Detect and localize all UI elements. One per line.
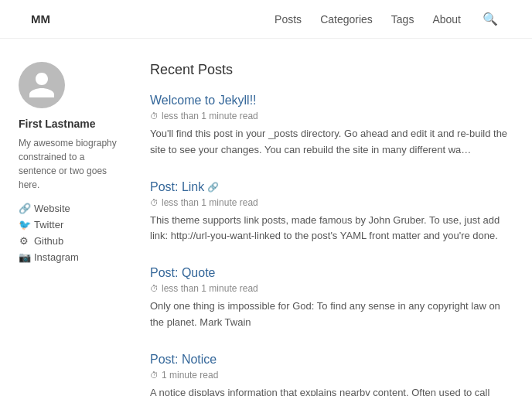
post-read-time: less than 1 minute read — [162, 197, 258, 208]
nav-categories[interactable]: Categories — [320, 13, 373, 26]
social-instagram: 📷 Instagram — [19, 251, 119, 263]
instagram-icon: 📷 — [19, 251, 29, 263]
clock-icon: ⏱ — [150, 284, 159, 293]
search-icon: 🔍 — [483, 12, 498, 26]
post-excerpt: This theme supports link posts, made fam… — [150, 213, 513, 245]
post-title-link[interactable]: Post: Notice — [150, 353, 217, 367]
nav-posts[interactable]: Posts — [275, 13, 302, 26]
github-icon: ⚙ — [19, 235, 29, 247]
author-name: First Lastname — [19, 118, 119, 130]
twitter-label: Twitter — [34, 219, 63, 230]
post-read-time: less than 1 minute read — [162, 283, 258, 294]
social-github: ⚙ Github — [19, 235, 119, 247]
external-link-icon: 🔗 — [207, 182, 219, 193]
instagram-label: Instagram — [34, 251, 79, 263]
post-title: Post: Notice — [150, 353, 217, 367]
twitter-icon: 🐦 — [19, 219, 29, 230]
post-item: Post: Link 🔗 ⏱ less than 1 minute read T… — [150, 180, 513, 245]
post-title-link[interactable]: Post: Quote — [150, 266, 216, 280]
main-content: Recent Posts Welcome to Jekyll!! ⏱ less … — [150, 62, 513, 396]
page-container: First Lastname My awesome biography cons… — [3, 39, 529, 396]
author-bio: My awesome biography constrained to a se… — [19, 136, 119, 192]
github-label: Github — [34, 235, 63, 247]
sidebar: First Lastname My awesome biography cons… — [19, 62, 119, 396]
post-read-time: less than 1 minute read — [162, 111, 258, 121]
post-title: Welcome to Jekyll!! — [150, 94, 257, 108]
post-meta: ⏱ 1 minute read — [150, 370, 513, 381]
link-icon: 🔗 — [19, 203, 29, 214]
post-item: Welcome to Jekyll!! ⏱ less than 1 minute… — [150, 94, 513, 159]
clock-icon: ⏱ — [150, 111, 159, 121]
post-title: Post: Quote — [150, 266, 216, 280]
main-nav: Posts Categories Tags About 🔍 — [275, 9, 501, 29]
post-excerpt: A notice displays information that expla… — [150, 385, 513, 396]
github-link[interactable]: ⚙ Github — [19, 235, 119, 247]
post-excerpt: Only one thing is impossible for God: To… — [150, 299, 513, 331]
nav-about[interactable]: About — [432, 13, 461, 26]
post-item: Post: Quote ⏱ less than 1 minute read On… — [150, 266, 513, 331]
post-excerpt: You'll find this post in your _posts dir… — [150, 126, 513, 159]
social-links: 🔗 Website 🐦 Twitter ⚙ Github 📷 — [19, 203, 119, 263]
social-website: 🔗 Website — [19, 203, 119, 214]
website-label: Website — [34, 203, 70, 214]
post-item: Post: Notice ⏱ 1 minute read A notice di… — [150, 353, 513, 396]
website-link[interactable]: 🔗 Website — [19, 203, 119, 214]
post-title: Post: Link — [150, 180, 204, 194]
instagram-link[interactable]: 📷 Instagram — [19, 251, 119, 263]
section-title: Recent Posts — [150, 62, 513, 78]
post-read-time: 1 minute read — [162, 370, 218, 381]
clock-icon: ⏱ — [150, 370, 159, 380]
site-title: MM — [31, 12, 50, 26]
post-meta: ⏱ less than 1 minute read — [150, 111, 513, 121]
post-meta: ⏱ less than 1 minute read — [150, 197, 513, 208]
post-title-link[interactable]: Post: Link 🔗 — [150, 180, 219, 194]
clock-icon: ⏱ — [150, 198, 159, 207]
post-meta: ⏱ less than 1 minute read — [150, 283, 513, 294]
twitter-link[interactable]: 🐦 Twitter — [19, 219, 119, 230]
social-twitter: 🐦 Twitter — [19, 219, 119, 230]
avatar — [19, 62, 65, 108]
avatar-image — [26, 70, 57, 101]
site-header: MM Posts Categories Tags About 🔍 — [0, 0, 532, 39]
nav-tags[interactable]: Tags — [391, 13, 414, 26]
post-title-link[interactable]: Welcome to Jekyll!! — [150, 94, 257, 108]
search-button[interactable]: 🔍 — [479, 9, 501, 29]
